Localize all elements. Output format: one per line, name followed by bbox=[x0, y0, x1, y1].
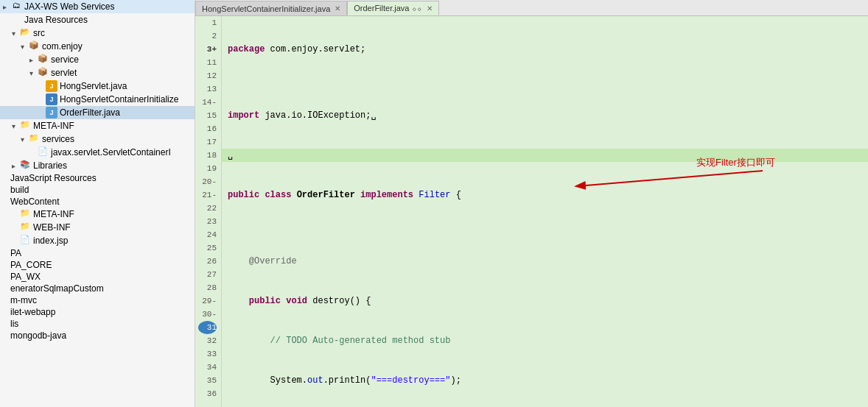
line-number-breakpoint: 31 bbox=[198, 321, 217, 334]
tab-order-filter[interactable]: OrderFilter.java ⬦⬦ ✕ bbox=[347, 1, 438, 15]
sidebar-item-meta-inf2[interactable]: 📁 META-INF bbox=[0, 208, 195, 221]
code-editor[interactable]: 1 2 3+ 11 12 13 14- 15 16 17 18 19 20- 2… bbox=[195, 16, 868, 407]
sidebar-item-label: Java Resources bbox=[24, 15, 88, 25]
line-number: 22 bbox=[198, 202, 217, 215]
code-line-12: public class OrderFilter implements Filt… bbox=[222, 188, 868, 202]
sidebar-item-service[interactable]: service bbox=[0, 53, 195, 66]
line-number: 18 bbox=[198, 149, 217, 162]
sidebar-item-label: OrderFilter.java bbox=[60, 107, 120, 118]
arrow-icon bbox=[12, 122, 19, 130]
sidebar-item-pa-wx[interactable]: PA_WX bbox=[0, 271, 195, 283]
sidebar-item-label: WebContent bbox=[10, 197, 60, 207]
line-number: 21- bbox=[198, 188, 217, 202]
folder-icon: 📁 bbox=[19, 222, 31, 233]
sidebar-item-m-mvc[interactable]: m-mvc bbox=[0, 294, 195, 306]
sidebar-item-pa[interactable]: PA bbox=[0, 247, 195, 259]
sidebar-item-build[interactable]: build bbox=[0, 184, 195, 196]
sidebar-item-mongodb-java[interactable]: mongodb-java bbox=[0, 330, 195, 341]
sidebar-item-jax-ws[interactable]: 🗂 JAX-WS Web Services bbox=[0, 0, 195, 13]
tab-label: HongServletContainerInitializer.java bbox=[202, 4, 330, 13]
sidebar-item-label: eneratorSqlmapCustom bbox=[10, 283, 104, 294]
sidebar-item-pa-core[interactable]: PA_CORE bbox=[0, 259, 195, 271]
line-number: 20- bbox=[198, 175, 217, 188]
sidebar-item-index-jsp[interactable]: 📄 index.jsp bbox=[0, 234, 195, 247]
code-line-16: // TODO Auto-generated method stub bbox=[222, 334, 868, 347]
arrow-icon bbox=[3, 3, 10, 11]
sidebar-item-hong-servlet[interactable]: HongServlet.java bbox=[0, 79, 195, 93]
line-number: 16 bbox=[198, 122, 217, 135]
sidebar-item-label: javax.servlet.ServletContainerI bbox=[51, 147, 171, 158]
code-lines[interactable]: package com.enjoy.servlet; import java.i… bbox=[222, 16, 868, 407]
code-line-14: @Override bbox=[222, 255, 868, 268]
sidebar-item-generator[interactable]: eneratorSqlmapCustom bbox=[0, 283, 195, 294]
line-number: 32 bbox=[198, 334, 217, 347]
line-number: 2 bbox=[198, 29, 217, 43]
close-tab-icon[interactable]: ✕ bbox=[335, 4, 340, 13]
line-number: 12 bbox=[198, 69, 217, 82]
code-area: 1 2 3+ 11 12 13 14- 15 16 17 18 19 20- 2… bbox=[195, 16, 868, 407]
line-number: 23 bbox=[198, 215, 217, 228]
sidebar-item-web-inf[interactable]: 📁 WEB-INF bbox=[0, 221, 195, 234]
sidebar-item-label: HongServletContainerInitialize bbox=[60, 94, 178, 105]
sidebar-item-src[interactable]: src bbox=[0, 26, 195, 40]
sidebar-item-label: PA_CORE bbox=[10, 260, 52, 270]
line-number: 29- bbox=[198, 294, 217, 308]
tab-hong-servlet-container[interactable]: HongServletContainerInitializer.java ✕ bbox=[195, 1, 347, 15]
sidebar-item-com-enjoy[interactable]: com.enjoy bbox=[0, 40, 195, 53]
sidebar-item-servlet[interactable]: servlet bbox=[0, 66, 195, 79]
line-number: 26 bbox=[198, 255, 217, 268]
sidebar-item-javax-servlet[interactable]: 📄 javax.servlet.ServletContainerI bbox=[0, 146, 195, 159]
line-number: 30- bbox=[198, 308, 217, 321]
sidebar-item-label: m-mvc bbox=[10, 295, 37, 305]
package-icon bbox=[37, 54, 49, 66]
line-number-modified: 3+ bbox=[198, 43, 217, 56]
line-number: 33 bbox=[198, 347, 217, 361]
line-number: 17 bbox=[198, 135, 217, 149]
sidebar-item-label: services bbox=[42, 134, 74, 144]
code-line-3: import java.io.IOException;␣ bbox=[222, 109, 868, 122]
java-icon bbox=[46, 80, 57, 92]
sidebar-item-label: lis bbox=[10, 319, 18, 329]
sidebar-item-order-filter[interactable]: OrderFilter.java bbox=[0, 106, 195, 119]
line-number: 11 bbox=[198, 56, 217, 69]
sidebar-item-label: com.enjoy bbox=[42, 41, 83, 52]
sidebar-item-label: src bbox=[33, 28, 45, 38]
sidebar-item-webcontent[interactable]: WebContent bbox=[0, 196, 195, 208]
src-icon bbox=[19, 27, 31, 39]
sidebar-item-services[interactable]: 📁 services bbox=[0, 132, 195, 146]
sidebar-item-label: HongServlet.java bbox=[60, 81, 127, 91]
package-icon bbox=[37, 67, 49, 79]
code-line-11: ␣ bbox=[222, 149, 868, 162]
sidebar-item-label: PA_WX bbox=[10, 272, 41, 282]
sidebar-item-meta-inf[interactable]: 📁 META-INF bbox=[0, 119, 195, 132]
sidebar-item-label: service bbox=[51, 54, 79, 65]
line-number: 36 bbox=[198, 387, 217, 400]
folder-icon: 📁 bbox=[19, 120, 31, 132]
sidebar-item-java-resources[interactable]: Java Resources bbox=[0, 13, 195, 26]
sidebar-item-label: build bbox=[10, 185, 29, 195]
sidebar-item-libraries[interactable]: 📚 Libraries bbox=[0, 159, 195, 172]
folder-icon: 📁 bbox=[19, 208, 31, 220]
arrow-icon bbox=[21, 43, 28, 51]
sidebar-item-js-resources[interactable]: JavaScript Resources bbox=[0, 172, 195, 184]
line-number: 35 bbox=[198, 374, 217, 387]
sidebar-item-label: servlet bbox=[51, 68, 77, 78]
java-selected-icon bbox=[46, 107, 57, 118]
sidebar-item-hong-servlet-container[interactable]: HongServletContainerInitialize bbox=[0, 93, 195, 106]
line-number: 27 bbox=[198, 268, 217, 281]
xml-icon: 📄 bbox=[37, 146, 49, 158]
line-number: 24 bbox=[198, 228, 217, 241]
sidebar-item-label: WEB-INF bbox=[33, 222, 71, 233]
sidebar-item-label: index.jsp bbox=[33, 236, 68, 246]
line-number: 14- bbox=[198, 96, 217, 109]
code-line-1: package com.enjoy.servlet; bbox=[222, 43, 868, 56]
folder-icon bbox=[10, 14, 22, 26]
arrow-icon bbox=[29, 69, 37, 77]
sidebar-item-lis[interactable]: lis bbox=[0, 318, 195, 330]
line-number: 25 bbox=[198, 241, 217, 255]
sidebar-item-label: mongodb-java bbox=[10, 330, 66, 341]
package-icon bbox=[28, 40, 40, 52]
sidebar-item-ilet-webapp[interactable]: ilet-webapp bbox=[0, 306, 195, 318]
sidebar-item-label: META-INF bbox=[33, 209, 74, 219]
close-tab-icon[interactable]: ✕ bbox=[427, 4, 433, 13]
